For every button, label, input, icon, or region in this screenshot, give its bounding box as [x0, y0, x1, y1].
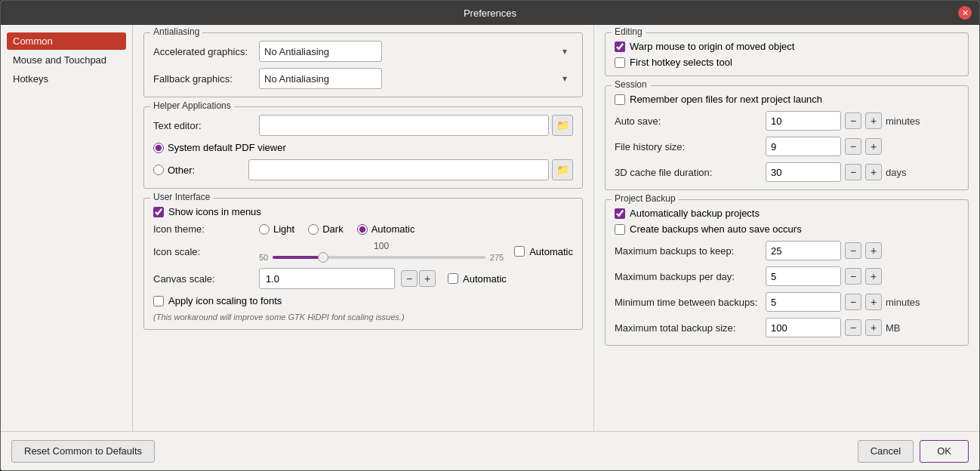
file-history-label: File history size: — [615, 141, 766, 152]
titlebar: Preferences ✕ — [1, 1, 979, 25]
accelerated-row: Accelerated graphics: No Antialiasing Fa… — [153, 41, 573, 62]
canvas-scale-auto-checkbox[interactable] — [448, 273, 458, 284]
cancel-button[interactable]: Cancel — [858, 440, 914, 463]
pdf-other-radio[interactable] — [153, 165, 164, 175]
file-history-plus-button[interactable]: + — [865, 138, 882, 155]
auto-backup-label: Automatically backup projects — [630, 208, 760, 219]
cache-duration-label: 3D cache file duration: — [615, 167, 766, 178]
pdf-system-radio-item[interactable]: System default PDF viewer — [153, 142, 286, 153]
close-button[interactable]: ✕ — [958, 6, 972, 20]
icon-theme-auto-item[interactable]: Automatic — [357, 223, 415, 235]
icon-theme-auto-label: Automatic — [371, 223, 415, 235]
window-title: Preferences — [464, 8, 516, 19]
auto-save-input[interactable] — [766, 111, 841, 131]
min-time-input[interactable] — [766, 292, 841, 312]
first-hotkey-label: First hotkey selects tool — [630, 57, 732, 68]
footer-left: Reset Common to Defaults — [11, 440, 155, 463]
max-backups-minus-button[interactable]: − — [845, 242, 861, 259]
min-time-plus-button[interactable]: + — [865, 294, 882, 310]
first-hotkey-checkbox[interactable] — [615, 57, 625, 68]
text-editor-input[interactable] — [259, 115, 549, 136]
max-size-plus-button[interactable]: + — [865, 319, 882, 336]
warp-mouse-item[interactable]: Warp mouse to origin of moved object — [615, 41, 959, 52]
canvas-scale-plus-button[interactable]: + — [419, 270, 436, 287]
show-icons-checkbox-item[interactable]: Show icons in menus — [153, 206, 261, 217]
sidebar-item-hotkeys[interactable]: Hotkeys — [7, 70, 126, 88]
text-editor-browse-button[interactable]: 📁 — [552, 115, 573, 136]
auto-save-plus-button[interactable]: + — [865, 112, 882, 129]
canvas-scale-buttons: − + — [401, 270, 436, 287]
sidebar-item-common[interactable]: Common — [7, 32, 126, 50]
canvas-scale-controls: − + Automatic — [259, 268, 507, 289]
session-label: Session — [612, 79, 650, 90]
auto-save-row: Auto save: − + minutes — [615, 111, 959, 131]
canvas-scale-input[interactable] — [259, 268, 395, 289]
max-size-input[interactable] — [766, 318, 841, 337]
reset-defaults-button[interactable]: Reset Common to Defaults — [11, 440, 155, 463]
create-on-autosave-label: Create backups when auto save occurs — [630, 223, 802, 235]
pdf-system-label: System default PDF viewer — [168, 142, 286, 153]
create-on-autosave-checkbox[interactable] — [615, 224, 625, 235]
max-per-day-input[interactable] — [766, 266, 841, 286]
max-backups-plus-button[interactable]: + — [865, 242, 882, 259]
icon-theme-dark-radio[interactable] — [308, 224, 319, 235]
remember-files-item[interactable]: Remember open files for next project lau… — [615, 94, 959, 105]
icon-scale-auto-item[interactable]: Automatic — [514, 246, 573, 257]
file-history-input[interactable] — [766, 137, 841, 156]
ui-label: User Interface — [150, 192, 213, 202]
pdf-other-browse-button[interactable]: 📁 — [552, 159, 573, 180]
editing-label: Editing — [612, 26, 646, 37]
cache-duration-input[interactable] — [766, 162, 841, 182]
cache-duration-plus-button[interactable]: + — [865, 164, 882, 180]
first-hotkey-item[interactable]: First hotkey selects tool — [615, 57, 959, 68]
ok-button[interactable]: OK — [920, 440, 969, 463]
max-size-row: Maximum total backup size: − + MB — [615, 318, 959, 337]
project-backup-section: Project Backup Automatically backup proj… — [605, 199, 969, 346]
icon-theme-auto-radio[interactable] — [357, 224, 368, 235]
warp-mouse-checkbox[interactable] — [615, 42, 625, 52]
apply-scaling-item[interactable]: Apply icon scaling to fonts — [153, 295, 282, 306]
min-time-row: Minimum time between backups: − + minute… — [615, 292, 959, 312]
auto-save-minus-button[interactable]: − — [845, 112, 861, 129]
icon-scale-slider-container: 100 50 275 — [259, 241, 504, 262]
canvas-scale-auto-item[interactable]: Automatic — [448, 273, 507, 285]
fallback-select[interactable]: No Antialiasing Fast Approximate (FXAA) — [259, 68, 382, 89]
show-icons-label: Show icons in menus — [168, 206, 261, 217]
main-area: Antialiasing Accelerated graphics: No An… — [133, 25, 979, 431]
icon-theme-light-radio[interactable] — [259, 224, 270, 235]
pdf-other-radio-item[interactable]: Other: — [153, 165, 244, 176]
pdf-system-radio[interactable] — [153, 143, 164, 153]
sidebar-item-mouse[interactable]: Mouse and Touchpad — [7, 51, 126, 69]
accelerated-select[interactable]: No Antialiasing Fast Approximate (FXAA) … — [259, 41, 382, 62]
canvas-scale-label: Canvas scale: — [153, 273, 259, 285]
max-backups-input[interactable] — [766, 241, 841, 260]
accelerated-label: Accelerated graphics: — [153, 46, 259, 57]
max-size-minus-button[interactable]: − — [845, 319, 861, 336]
apply-scaling-checkbox[interactable] — [153, 296, 164, 306]
auto-backup-item[interactable]: Automatically backup projects — [615, 208, 959, 219]
canvas-scale-minus-button[interactable]: − — [401, 270, 418, 287]
show-icons-checkbox[interactable] — [153, 207, 164, 217]
create-on-autosave-item[interactable]: Create backups when auto save occurs — [615, 223, 959, 235]
max-per-day-minus-button[interactable]: − — [845, 268, 861, 285]
icon-theme-dark-item[interactable]: Dark — [308, 223, 343, 235]
icon-theme-label: Icon theme: — [153, 223, 259, 235]
preferences-window: Preferences ✕ Common Mouse and Touchpad … — [0, 0, 980, 471]
pdf-other-input[interactable] — [248, 159, 549, 180]
icon-scale-slider[interactable] — [273, 256, 485, 259]
fallback-combo-wrapper: No Antialiasing Fast Approximate (FXAA) — [259, 68, 573, 89]
icon-theme-light-item[interactable]: Light — [259, 223, 294, 235]
max-per-day-plus-button[interactable]: + — [865, 268, 882, 285]
scaling-note: (This workaround will improve some GTK H… — [153, 312, 573, 322]
cache-duration-spinner: − + days — [766, 162, 916, 182]
fallback-row: Fallback graphics: No Antialiasing Fast … — [153, 68, 573, 89]
fallback-label: Fallback graphics: — [153, 73, 259, 85]
min-time-unit: minutes — [886, 297, 920, 308]
apply-scaling-row: Apply icon scaling to fonts — [153, 295, 573, 306]
remember-files-checkbox[interactable] — [615, 94, 625, 105]
min-time-minus-button[interactable]: − — [845, 294, 861, 310]
file-history-minus-button[interactable]: − — [845, 138, 861, 155]
icon-scale-auto-checkbox[interactable] — [514, 246, 525, 257]
cache-duration-minus-button[interactable]: − — [845, 164, 861, 180]
auto-backup-checkbox[interactable] — [615, 208, 625, 219]
